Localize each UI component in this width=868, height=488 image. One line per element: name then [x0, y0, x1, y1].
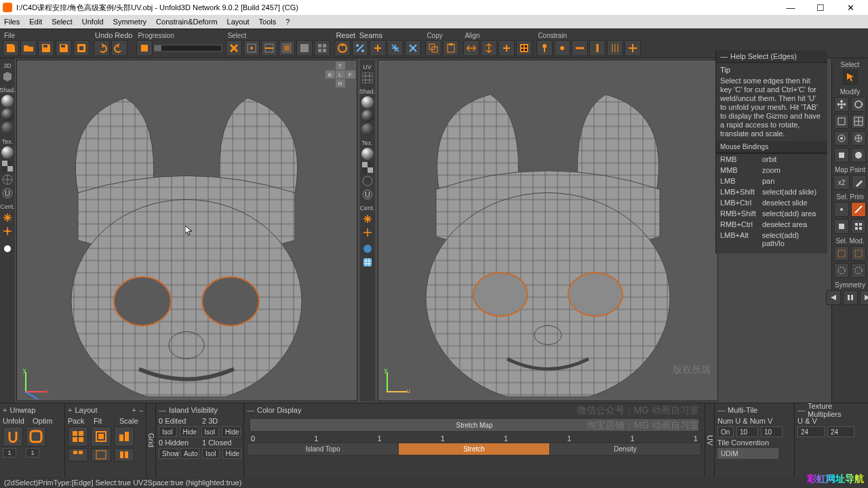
new-file-button[interactable]: [3, 40, 19, 56]
selmod-2-button[interactable]: [851, 246, 866, 261]
mode-island-topo[interactable]: Island Topo: [248, 443, 399, 455]
auto-seam-button[interactable]: [387, 40, 403, 56]
select-face-button[interactable]: [279, 40, 295, 56]
mod-8-button[interactable]: [851, 148, 866, 163]
unfold-spinner[interactable]: 1: [3, 448, 16, 458]
select-island-button[interactable]: [296, 40, 313, 56]
stretch-map-button[interactable]: Stretch Map: [250, 418, 699, 432]
close-button[interactable]: ✕: [835, 0, 865, 15]
uv-center-1-button[interactable]: [361, 213, 374, 225]
uv-tex-u-button[interactable]: U: [361, 188, 374, 201]
mappaint-brush-button[interactable]: [852, 175, 867, 190]
selprim-island-button[interactable]: [851, 219, 866, 234]
light-button[interactable]: [1, 243, 14, 255]
progression-slider[interactable]: [154, 45, 222, 52]
multitile-on[interactable]: On: [717, 426, 734, 437]
pack-button[interactable]: [68, 426, 88, 447]
selmod-3-button[interactable]: [834, 263, 849, 278]
texture-sphere-button[interactable]: [1, 146, 14, 159]
clear-select-button[interactable]: [226, 40, 242, 56]
menu-edit[interactable]: Edit: [29, 18, 42, 26]
select-element-button[interactable]: [314, 40, 330, 56]
sym-mid-button[interactable]: [843, 290, 858, 305]
mod-6-button[interactable]: [851, 131, 866, 146]
selprim-point-button[interactable]: [834, 202, 849, 217]
uv-grid-icon[interactable]: [361, 72, 374, 84]
align-4-button[interactable]: [516, 40, 532, 56]
shading-smooth-button[interactable]: [1, 95, 14, 107]
maximize-button[interactable]: ☐: [806, 0, 835, 15]
menu-tools[interactable]: Tools: [259, 18, 277, 26]
selprim-edge-button[interactable]: [851, 202, 866, 217]
constrain-point-button[interactable]: [554, 40, 570, 56]
align-1-button[interactable]: [463, 40, 479, 56]
scale-2-button[interactable]: [114, 448, 134, 462]
constrain-snap-button[interactable]: [625, 40, 641, 56]
constrain-pin-button[interactable]: [536, 40, 553, 56]
sym-prev-button[interactable]: [826, 290, 841, 305]
help-collapse-icon[interactable]: —: [720, 52, 728, 60]
copy-uv-button[interactable]: [425, 40, 441, 56]
export-button[interactable]: [73, 40, 90, 56]
align-2-button[interactable]: [481, 40, 497, 56]
selmod-1-button[interactable]: [834, 246, 849, 261]
constrain-grid-button[interactable]: [607, 40, 623, 56]
select-edge-button[interactable]: [261, 40, 277, 56]
viewport-uv[interactable]: yu 版权所属: [378, 60, 719, 401]
selmod-4-button[interactable]: [851, 263, 866, 278]
multitile-v[interactable]: 10: [761, 426, 783, 437]
uv-special-2-button[interactable]: [361, 256, 374, 268]
auto-button[interactable]: Auto: [180, 448, 199, 459]
menu-constrain-deform[interactable]: Constrain&Deform: [156, 18, 217, 26]
view-cube-icon[interactable]: [1, 70, 14, 83]
mappaint-x2-button[interactable]: x2: [833, 175, 850, 190]
center-1-button[interactable]: [1, 211, 14, 224]
cut-seam-button[interactable]: [352, 40, 368, 56]
menu-unfold[interactable]: Unfold: [82, 18, 104, 26]
isol-button-1[interactable]: Isol: [159, 426, 177, 437]
tex-checker-button[interactable]: [1, 160, 14, 172]
menu-files[interactable]: Files: [4, 18, 20, 26]
isol-button-3[interactable]: Isol: [202, 448, 220, 459]
uv-tex-sphere-button[interactable]: [361, 148, 374, 160]
uv-tex-checker-button[interactable]: [361, 161, 374, 174]
constrain-v-button[interactable]: [589, 40, 606, 56]
uv-shading-wire-button[interactable]: [361, 123, 374, 136]
uv-shading-smooth-button[interactable]: [361, 96, 374, 108]
rotate-button[interactable]: [851, 97, 866, 112]
mod-4-button[interactable]: [851, 114, 866, 129]
scale-button[interactable]: [114, 426, 134, 447]
minimize-button[interactable]: —: [776, 0, 806, 15]
shading-wire-button[interactable]: [1, 122, 14, 134]
weld-seam-button[interactable]: [370, 40, 386, 56]
save-as-button[interactable]: [56, 40, 72, 56]
stop-button[interactable]: [136, 40, 153, 56]
texmult-v[interactable]: 24: [827, 426, 854, 437]
center-2-button[interactable]: [1, 225, 14, 237]
mode-stretch[interactable]: Stretch: [399, 443, 550, 455]
move-button[interactable]: [834, 97, 849, 112]
menu-symmetry[interactable]: Symmetry: [113, 18, 147, 26]
uv-shading-flat-button[interactable]: [361, 110, 374, 122]
multitile-u[interactable]: 10: [736, 426, 758, 437]
multitile-convention-select[interactable]: UDIM: [717, 448, 778, 459]
save-file-button[interactable]: [38, 40, 54, 56]
paste-uv-button[interactable]: [443, 40, 459, 56]
constrain-h-button[interactable]: [572, 40, 588, 56]
fit-button[interactable]: [91, 426, 111, 447]
optim-spinner[interactable]: 1: [26, 448, 39, 458]
mode-density[interactable]: Density: [550, 443, 701, 455]
tex-grid-button[interactable]: [1, 174, 14, 186]
mod-7-button[interactable]: [834, 148, 849, 163]
help-bindings-list[interactable]: RMBorbitMMBzoomLMBpanLMB+Shiftselect(add…: [716, 153, 827, 253]
open-file-button[interactable]: [20, 40, 37, 56]
uv-tex-grid-button[interactable]: [361, 175, 374, 187]
select-vertex-button[interactable]: [243, 40, 260, 56]
undo-button[interactable]: [94, 40, 110, 56]
isol-button-2[interactable]: Isol: [201, 426, 220, 437]
viewport-3d[interactable]: T BLF R: [16, 60, 357, 401]
mod-5-button[interactable]: [834, 131, 849, 146]
shading-flat-button[interactable]: [1, 108, 14, 121]
optim-button[interactable]: [26, 426, 46, 447]
menu-layout[interactable]: Layout: [227, 18, 250, 26]
